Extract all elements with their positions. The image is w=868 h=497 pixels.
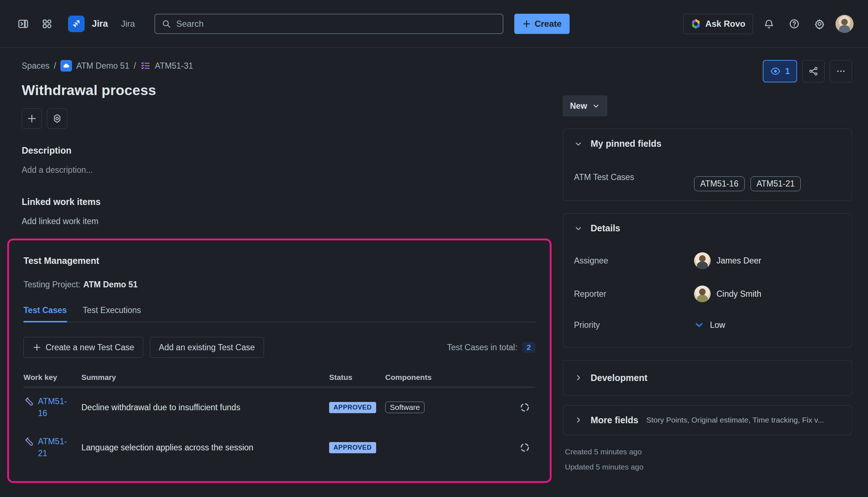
chevron-down-icon [592,102,600,110]
create-button[interactable]: Create [514,14,570,34]
question-circle-icon [789,18,800,29]
reporter-label: Reporter [574,288,682,300]
user-avatar[interactable] [835,15,854,33]
main-layout: Spaces / ATM Demo 51 / [0,48,868,483]
ellipsis-icon [836,66,846,76]
breadcrumb-project-link[interactable]: ATM Demo 51 [76,61,129,71]
app-grid-icon [42,18,52,29]
test-management-section: Test Management Testing Project:ATM Demo… [7,239,552,483]
issue-header-actions: 1 [563,60,852,82]
issue-sidebar: 1 [563,48,852,483]
test-case-summary: Decline withdrawal due to insufficient f… [81,403,329,412]
collapse-sidebar-button[interactable] [14,14,33,33]
more-fields-subtitle: Story Points, Original estimate, Time tr… [646,416,824,424]
ask-rovo-button[interactable]: Ask Rovo [683,14,753,34]
apps-button[interactable] [47,108,67,129]
add-content-button[interactable] [22,108,42,129]
eye-icon [770,66,781,77]
details-header[interactable]: Details [574,223,841,233]
issue-timestamps: Created 5 minutes ago Updated 5 minutes … [563,447,852,471]
table-row: ATM51-16 Decline withdrawal due to insuf… [24,387,535,428]
jira-logo-icon [72,19,81,29]
test-case-chip[interactable]: ATM51-16 [694,176,745,191]
reporter-value[interactable]: Cindy Smith [694,286,761,302]
more-fields-title: More fields [591,415,638,425]
help-button[interactable] [785,14,804,33]
app-section-label: Jira [121,19,135,29]
chevron-right-icon [574,416,583,424]
more-fields-header[interactable]: More fields Story Points, Original estim… [574,415,841,425]
development-title: Development [591,373,647,383]
settings-button[interactable] [810,14,829,33]
priority-name: Low [710,320,725,330]
total-label: Test Cases in total: [447,343,517,352]
test-management-heading: Test Management [24,256,535,266]
app-switcher-button[interactable] [38,14,56,33]
watch-button[interactable]: 1 [763,60,797,82]
breadcrumb: Spaces / ATM Demo 51 / [22,60,551,72]
assignee-avatar [694,252,711,269]
test-case-key-link[interactable]: ATM51-21 [38,436,73,460]
priority-row: Priority Low [574,319,841,331]
breadcrumb-spaces-link[interactable]: Spaces [22,61,50,71]
more-actions-button[interactable] [830,60,852,82]
reporter-row: Reporter Cindy Smith [574,286,841,302]
chevron-down-icon [574,140,583,148]
linked-items-heading: Linked work items [22,197,551,207]
test-case-key-link[interactable]: ATM51-16 [38,395,73,420]
details-panel: Details Assignee James Deer Reporter Cin… [563,213,852,348]
breadcrumb-separator: / [54,61,56,71]
status-dropdown-label: New [570,101,587,111]
watchers-count: 1 [785,66,790,76]
component-chip: Software [385,402,425,413]
testing-project-label: Testing Project: [24,280,80,289]
notifications-button[interactable] [760,14,778,33]
plus-icon [27,113,37,124]
assignee-label: Assignee [574,254,682,267]
share-button[interactable] [802,60,825,82]
test-case-chip[interactable]: ATM51-21 [750,176,801,191]
total-count-badge: 2 [522,342,535,353]
description-placeholder[interactable]: Add a description... [22,165,551,175]
issue-type-checklist-icon [140,61,150,71]
status-badge: APPROVED [329,402,376,413]
global-search[interactable] [154,14,503,34]
add-existing-test-case-button[interactable]: Add an existing Test Case [150,337,264,358]
add-linked-item-link[interactable]: Add linked work item [22,217,551,226]
status-dropdown[interactable]: New [563,95,607,116]
pinned-fields-panel: My pinned fields ATM Test Cases ATM51-16… [563,129,852,201]
development-header[interactable]: Development [574,373,841,383]
breadcrumb-issue-link[interactable]: ATM51-31 [155,61,193,71]
priority-low-icon [694,320,704,330]
rovo-icon [691,18,701,29]
test-case-summary: Language selection applies across the se… [81,443,329,453]
description-heading: Description [22,145,551,156]
search-input[interactable] [176,19,496,29]
test-management-tabs: Test Cases Test Executions [24,305,535,322]
hexagon-nut-icon [52,113,62,124]
pinned-field-row: ATM Test Cases ATM51-16 ATM51-21 [574,163,841,191]
jira-issue-page: Jira Jira Create [0,0,868,497]
test-cases-total: Test Cases in total: 2 [447,342,535,353]
jira-logo[interactable] [68,16,85,32]
pinned-fields-header[interactable]: My pinned fields [574,138,841,149]
test-case-actions: Create a new Test Case Add an existing T… [24,337,535,358]
plus-icon [522,20,531,28]
column-work-key: Work key [24,373,81,382]
tab-test-executions[interactable]: Test Executions [83,305,141,322]
create-test-case-button[interactable]: Create a new Test Case [24,337,143,358]
test-cases-table: Work key Summary Status Components [24,373,535,467]
test-tube-icon [24,437,34,447]
share-icon [808,66,818,76]
add-existing-test-case-label: Add an existing Test Case [159,343,255,352]
tab-test-cases[interactable]: Test Cases [24,305,67,322]
topbar-actions: Ask Rovo [683,14,854,34]
assignee-row: Assignee James Deer [574,252,841,269]
priority-value[interactable]: Low [694,320,725,330]
issue-quick-actions [22,108,551,129]
sidebar-expand-icon [17,18,29,30]
table-header-row: Work key Summary Status Components [24,373,535,387]
assignee-value[interactable]: James Deer [694,252,761,269]
test-tube-icon [24,397,34,407]
ask-rovo-label: Ask Rovo [705,19,745,29]
